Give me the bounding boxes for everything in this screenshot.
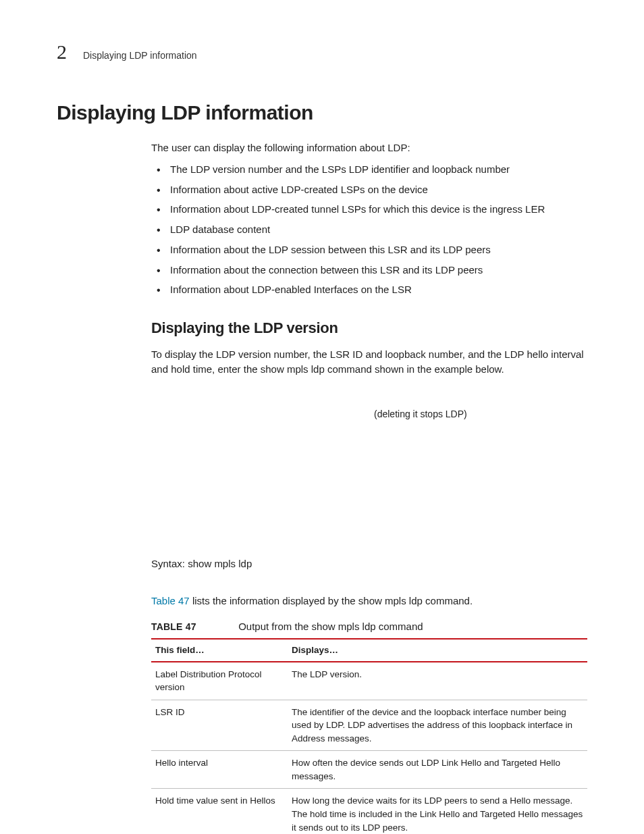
syntax-line: Syntax: show mpls ldp [151,556,587,571]
table-reference-line: Table 47 lists the information displayed… [151,594,587,608]
body-column: The user can display the following infor… [151,140,587,834]
paragraph: To display the LDP version number, the L… [151,347,587,377]
lead-paragraph: The user can display the following infor… [151,140,587,155]
table-caption: TABLE 47 Output from the show mpls ldp c… [151,619,587,634]
output-table: This field… Displays… Label Distribution… [151,638,587,834]
table-label: TABLE 47 [151,620,236,633]
table-cell: How often the device sends out LDP Link … [288,751,587,789]
list-item: Information about the connection between… [151,263,587,278]
list-item: LDP database content [151,222,587,237]
list-item: Information about active LDP-created LSP… [151,182,587,197]
table-row: Label Distribution Protocol version The … [151,662,587,700]
bullet-list: The LDP version number and the LSPs LDP … [151,162,587,297]
aside-note: (deleting it stops LDP) [374,407,587,421]
table-row: Hold time value sent in Hellos How long … [151,789,587,834]
table-row: Hello interval How often the device send… [151,751,587,789]
table-reference-text: lists the information displayed by the s… [190,595,473,606]
table-cell: The identifier of the device and the loo… [288,700,587,751]
table-cell: Label Distribution Protocol version [151,662,288,700]
table-header-cell: Displays… [288,639,587,662]
page: 2 Displaying LDP information Displaying … [0,0,644,834]
table-header-cell: This field… [151,639,288,662]
table-row: LSR ID The identifier of the device and … [151,700,587,751]
table-cell: How long the device waits for its LDP pe… [288,789,587,834]
list-item: Information about LDP-created tunnel LSP… [151,202,587,217]
table-cell: Hold time value sent in Hellos [151,789,288,834]
table-cell: Hello interval [151,751,288,789]
list-item: The LDP version number and the LSPs LDP … [151,162,587,177]
page-title: Displaying LDP information [57,101,587,124]
chapter-number: 2 [57,41,67,63]
table-title: Output from the show mpls ldp command [238,621,423,632]
table-reference-link[interactable]: Table 47 [151,595,190,606]
list-item: Information about LDP-enabled Interfaces… [151,282,587,297]
running-head-title: Displaying LDP information [83,50,197,61]
running-head: 2 Displaying LDP information [57,41,587,63]
subsection-title: Displaying the LDP version [151,317,587,339]
table-cell: LSR ID [151,700,288,751]
list-item: Information about the LDP session betwee… [151,242,587,257]
table-cell: The LDP version. [288,662,587,700]
table-header-row: This field… Displays… [151,639,587,662]
